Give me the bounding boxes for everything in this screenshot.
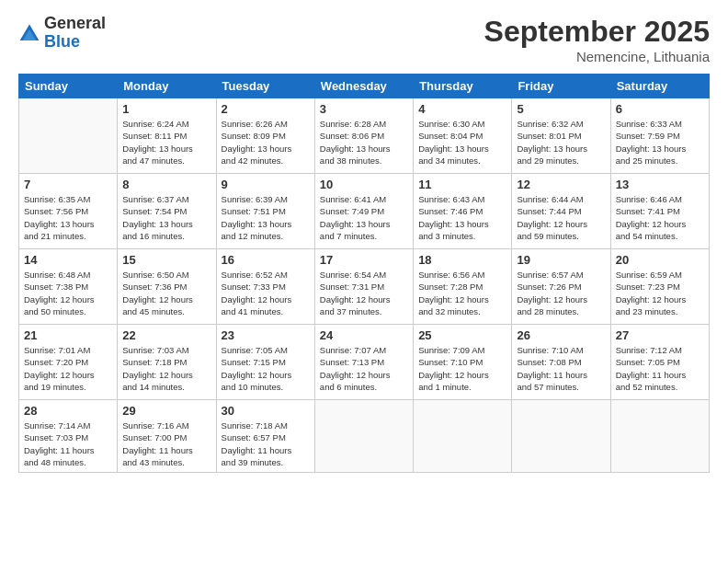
col-wednesday: Wednesday [314, 75, 413, 98]
calendar-row: 21Sunrise: 7:01 AM Sunset: 7:20 PM Dayli… [19, 325, 710, 400]
day-number: 25 [418, 328, 506, 342]
day-number: 13 [616, 178, 704, 191]
day-number: 12 [517, 178, 605, 191]
day-info: Sunrise: 7:12 AM Sunset: 7:05 PM Dayligh… [616, 344, 704, 393]
day-number: 17 [320, 253, 408, 267]
day-info: Sunrise: 6:37 AM Sunset: 7:54 PM Dayligh… [122, 193, 210, 242]
logo-text: General Blue [44, 15, 106, 52]
logo: General Blue [18, 15, 106, 52]
day-number: 2 [222, 102, 310, 116]
calendar: Sunday Monday Tuesday Wednesday Thursday… [18, 74, 710, 473]
day-info: Sunrise: 6:48 AM Sunset: 7:38 PM Dayligh… [24, 269, 112, 317]
day-number: 30 [222, 404, 310, 418]
day-info: Sunrise: 7:09 AM Sunset: 7:10 PM Dayligh… [418, 344, 506, 393]
day-number: 9 [222, 178, 310, 191]
day-info: Sunrise: 7:05 AM Sunset: 7:15 PM Dayligh… [222, 344, 310, 393]
table-row: 10Sunrise: 6:41 AM Sunset: 7:49 PM Dayli… [314, 174, 413, 249]
day-number: 11 [418, 178, 506, 191]
table-row: 8Sunrise: 6:37 AM Sunset: 7:54 PM Daylig… [118, 174, 216, 249]
table-row: 16Sunrise: 6:52 AM Sunset: 7:33 PM Dayli… [216, 249, 314, 325]
table-row: 19Sunrise: 6:57 AM Sunset: 7:26 PM Dayli… [512, 249, 610, 325]
table-row: 15Sunrise: 6:50 AM Sunset: 7:36 PM Dayli… [118, 249, 216, 325]
day-number: 29 [122, 404, 210, 418]
table-row: 30Sunrise: 7:18 AM Sunset: 6:57 PM Dayli… [216, 400, 314, 473]
title-block: September 2025 Nemencine, Lithuania [484, 15, 710, 64]
table-row: 12Sunrise: 6:44 AM Sunset: 7:44 PM Dayli… [512, 174, 610, 249]
day-number: 22 [122, 328, 210, 342]
col-monday: Monday [118, 75, 216, 98]
table-row: 11Sunrise: 6:43 AM Sunset: 7:46 PM Dayli… [414, 174, 512, 249]
day-info: Sunrise: 6:33 AM Sunset: 7:59 PM Dayligh… [616, 118, 704, 167]
table-row: 22Sunrise: 7:03 AM Sunset: 7:18 PM Dayli… [118, 325, 216, 400]
day-info: Sunrise: 6:59 AM Sunset: 7:23 PM Dayligh… [616, 269, 704, 317]
day-number: 20 [616, 253, 704, 267]
subtitle: Nemencine, Lithuania [484, 49, 710, 64]
day-number: 5 [517, 102, 605, 116]
day-info: Sunrise: 7:07 AM Sunset: 7:13 PM Dayligh… [320, 344, 408, 393]
day-info: Sunrise: 6:26 AM Sunset: 8:09 PM Dayligh… [222, 118, 310, 167]
day-info: Sunrise: 6:44 AM Sunset: 7:44 PM Dayligh… [517, 193, 605, 242]
table-row: 17Sunrise: 6:54 AM Sunset: 7:31 PM Dayli… [314, 249, 413, 325]
table-row: 4Sunrise: 6:30 AM Sunset: 8:04 PM Daylig… [414, 98, 512, 174]
day-number: 7 [24, 178, 112, 191]
table-row [512, 400, 610, 473]
col-saturday: Saturday [610, 75, 709, 98]
calendar-header-row: Sunday Monday Tuesday Wednesday Thursday… [19, 75, 710, 98]
logo-blue: Blue [44, 32, 80, 51]
table-row [414, 400, 512, 473]
day-info: Sunrise: 6:41 AM Sunset: 7:49 PM Dayligh… [320, 193, 408, 242]
table-row: 6Sunrise: 6:33 AM Sunset: 7:59 PM Daylig… [610, 98, 709, 174]
day-number: 28 [24, 404, 112, 418]
day-number: 6 [616, 102, 704, 116]
day-info: Sunrise: 6:24 AM Sunset: 8:11 PM Dayligh… [122, 118, 210, 167]
table-row: 27Sunrise: 7:12 AM Sunset: 7:05 PM Dayli… [610, 325, 709, 400]
day-number: 3 [320, 102, 408, 116]
table-row: 20Sunrise: 6:59 AM Sunset: 7:23 PM Dayli… [610, 249, 709, 325]
day-info: Sunrise: 6:43 AM Sunset: 7:46 PM Dayligh… [418, 193, 506, 242]
table-row: 3Sunrise: 6:28 AM Sunset: 8:06 PM Daylig… [314, 98, 413, 174]
day-number: 10 [320, 178, 408, 191]
day-info: Sunrise: 6:28 AM Sunset: 8:06 PM Dayligh… [320, 118, 408, 167]
day-info: Sunrise: 6:50 AM Sunset: 7:36 PM Dayligh… [122, 269, 210, 317]
col-friday: Friday [512, 75, 610, 98]
day-info: Sunrise: 7:10 AM Sunset: 7:08 PM Dayligh… [517, 344, 605, 393]
day-number: 26 [517, 328, 605, 342]
day-number: 1 [122, 102, 210, 116]
day-info: Sunrise: 6:54 AM Sunset: 7:31 PM Dayligh… [320, 269, 408, 317]
table-row: 28Sunrise: 7:14 AM Sunset: 7:03 PM Dayli… [19, 400, 118, 473]
month-title: September 2025 [484, 15, 710, 49]
table-row: 21Sunrise: 7:01 AM Sunset: 7:20 PM Dayli… [19, 325, 118, 400]
day-info: Sunrise: 7:01 AM Sunset: 7:20 PM Dayligh… [24, 344, 112, 393]
day-number: 19 [517, 253, 605, 267]
day-info: Sunrise: 6:57 AM Sunset: 7:26 PM Dayligh… [517, 269, 605, 317]
table-row [19, 98, 118, 174]
day-number: 27 [616, 328, 704, 342]
day-number: 16 [222, 253, 310, 267]
day-info: Sunrise: 7:18 AM Sunset: 6:57 PM Dayligh… [222, 419, 310, 468]
table-row [610, 400, 709, 473]
table-row: 7Sunrise: 6:35 AM Sunset: 7:56 PM Daylig… [19, 174, 118, 249]
day-number: 24 [320, 328, 408, 342]
calendar-row: 28Sunrise: 7:14 AM Sunset: 7:03 PM Dayli… [19, 400, 710, 473]
header: General Blue September 2025 Nemencine, L… [18, 15, 710, 64]
day-info: Sunrise: 7:03 AM Sunset: 7:18 PM Dayligh… [122, 344, 210, 393]
page: General Blue September 2025 Nemencine, L… [0, 0, 728, 563]
day-number: 18 [418, 253, 506, 267]
table-row: 5Sunrise: 6:32 AM Sunset: 8:01 PM Daylig… [512, 98, 610, 174]
day-number: 4 [418, 102, 506, 116]
day-info: Sunrise: 7:14 AM Sunset: 7:03 PM Dayligh… [24, 419, 112, 468]
logo-icon [18, 22, 40, 44]
table-row: 24Sunrise: 7:07 AM Sunset: 7:13 PM Dayli… [314, 325, 413, 400]
day-number: 21 [24, 328, 112, 342]
day-number: 23 [222, 328, 310, 342]
day-info: Sunrise: 6:46 AM Sunset: 7:41 PM Dayligh… [616, 193, 704, 242]
day-number: 8 [122, 178, 210, 191]
table-row [314, 400, 413, 473]
table-row: 14Sunrise: 6:48 AM Sunset: 7:38 PM Dayli… [19, 249, 118, 325]
col-sunday: Sunday [19, 75, 118, 98]
table-row: 2Sunrise: 6:26 AM Sunset: 8:09 PM Daylig… [216, 98, 314, 174]
day-info: Sunrise: 6:56 AM Sunset: 7:28 PM Dayligh… [418, 269, 506, 317]
day-info: Sunrise: 6:39 AM Sunset: 7:51 PM Dayligh… [222, 193, 310, 242]
table-row: 25Sunrise: 7:09 AM Sunset: 7:10 PM Dayli… [414, 325, 512, 400]
day-info: Sunrise: 6:30 AM Sunset: 8:04 PM Dayligh… [418, 118, 506, 167]
